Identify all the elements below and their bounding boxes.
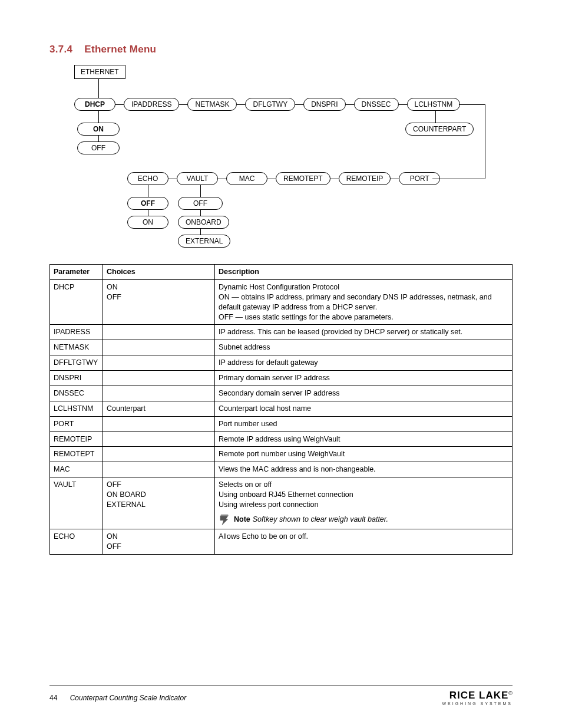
note-icon — [219, 513, 232, 526]
table-row: NETMASKSubnet address — [50, 340, 513, 355]
node-counterpart: COUNTERPART — [405, 123, 474, 136]
cell-parameter: REMOTEPT — [50, 447, 103, 462]
cell-choices — [103, 462, 215, 477]
table-row: DHCPON OFFDynamic Host Configuration Pro… — [50, 279, 513, 325]
node-ipaddress: IPADDRESS — [124, 98, 179, 111]
cell-choices — [103, 447, 215, 462]
node-remotept: REMOTEPT — [276, 172, 330, 185]
cell-description: Selects on or off Using onboard RJ45 Eth… — [215, 477, 513, 529]
cell-parameter: REMOTEIP — [50, 431, 103, 447]
svg-rect-0 — [221, 515, 229, 516]
cell-description: Dynamic Host Configuration Protocol ON —… — [215, 279, 513, 325]
node-vault-off: OFF — [178, 197, 223, 210]
heading-number: 3.7.4 — [49, 44, 72, 55]
node-remoteip: REMOTEIP — [339, 172, 391, 185]
table-row: MACViews the MAC address and is non-chan… — [50, 462, 513, 477]
cell-choices — [103, 371, 215, 386]
cell-description: Port number used — [215, 416, 513, 431]
cell-parameter: DNSSEC — [50, 386, 103, 401]
table-row: REMOTEPTRemote port number using WeighVa… — [50, 447, 513, 462]
table-row: PORTPort number used — [50, 416, 513, 431]
table-row: DFFLTGTWYIP address for default gateway — [50, 355, 513, 371]
cell-parameter: ECHO — [50, 529, 103, 554]
menu-diagram: ETHERNET DHCP IPADDRESS NETMASK DFLGTWY … — [49, 65, 513, 259]
table-row: ECHOON OFFAllows Echo to be on or off. — [50, 529, 513, 554]
th-parameter: Parameter — [50, 265, 103, 280]
cell-choices: ON OFF — [103, 279, 215, 325]
node-dhcp-on: ON — [77, 123, 120, 136]
node-dhcp-off: OFF — [77, 141, 120, 154]
note-label: Note — [234, 515, 250, 525]
node-dflgtwy: DFLGTWY — [245, 98, 295, 111]
cell-parameter: DFFLTGTWY — [50, 355, 103, 371]
node-mac: MAC — [226, 172, 267, 185]
cell-choices — [103, 416, 215, 431]
table-row: DNSSECSecondary domain server IP address — [50, 386, 513, 401]
section-heading: 3.7.4Ethernet Menu — [49, 44, 513, 55]
node-echo: ECHO — [127, 172, 168, 185]
cell-choices — [103, 325, 215, 340]
table-row: VAULTOFF ON BOARD EXTERNALSelects on or … — [50, 477, 513, 529]
footer-title: Counterpart Counting Scale Indicator — [70, 694, 186, 702]
node-lclhstnm: LCLHSTNM — [407, 98, 461, 111]
cell-parameter: LCLHSTNM — [50, 401, 103, 416]
node-echo-on: ON — [127, 216, 168, 229]
cell-description: IP address for default gateway — [215, 355, 513, 371]
node-echo-off: OFF — [127, 197, 168, 210]
node-vault-onboard: ONBOARD — [178, 216, 229, 229]
cell-choices — [103, 386, 215, 401]
cell-choices — [103, 431, 215, 447]
page-number: 44 — [49, 694, 57, 702]
cell-parameter: MAC — [50, 462, 103, 477]
node-dnspri: DNSPRI — [303, 98, 345, 111]
cell-description: Secondary domain server IP address — [215, 386, 513, 401]
cell-parameter: IPADRESS — [50, 325, 103, 340]
table-row: IPADRESSIP address. This can be leased (… — [50, 325, 513, 340]
node-dnssec: DNSSEC — [354, 98, 399, 111]
node-dhcp: DHCP — [74, 98, 115, 111]
note-text: Softkey shown to clear weigh vault batte… — [253, 515, 388, 525]
node-netmask: NETMASK — [187, 98, 237, 111]
cell-choices — [103, 340, 215, 355]
cell-choices: OFF ON BOARD EXTERNAL — [103, 477, 215, 529]
table-row: DNSPRIPrimary domain server IP address — [50, 371, 513, 386]
th-choices: Choices — [103, 265, 215, 280]
cell-description: Subnet address — [215, 340, 513, 355]
cell-description: Allows Echo to be on or off. — [215, 529, 513, 554]
brand-name: RICE LAKE — [449, 690, 509, 701]
cell-choices — [103, 355, 215, 371]
brand-subtitle: WEIGHING SYSTEMS — [442, 701, 513, 706]
cell-description: Remote IP address using WeighVault — [215, 431, 513, 447]
cell-description: Remote port number using WeighVault — [215, 447, 513, 462]
node-vault: VAULT — [177, 172, 218, 185]
brand-logo: RICE LAKE® WEIGHING SYSTEMS — [442, 690, 513, 706]
node-vault-external: EXTERNAL — [178, 235, 230, 248]
heading-title: Ethernet Menu — [84, 44, 156, 55]
cell-parameter: PORT — [50, 416, 103, 431]
cell-description: IP address. This can be leased (provided… — [215, 325, 513, 340]
cell-description: Primary domain server IP address — [215, 371, 513, 386]
cell-choices: Counterpart — [103, 401, 215, 416]
th-description: Description — [215, 265, 513, 280]
cell-parameter: DHCP — [50, 279, 103, 325]
cell-parameter: VAULT — [50, 477, 103, 529]
cell-choices: ON OFF — [103, 529, 215, 554]
registered-icon: ® — [508, 690, 513, 696]
cell-parameter: DNSPRI — [50, 371, 103, 386]
parameter-table: Parameter Choices Description DHCPON OFF… — [49, 264, 513, 555]
cell-description: Views the MAC address and is non-changea… — [215, 462, 513, 477]
note-callout: Note Softkey shown to clear weigh vault … — [219, 513, 508, 526]
table-row: LCLHSTNMCounterpartCounterpart local hos… — [50, 401, 513, 416]
table-row: REMOTEIPRemote IP address using WeighVau… — [50, 431, 513, 447]
cell-description: Counterpart local host name — [215, 401, 513, 416]
cell-parameter: NETMASK — [50, 340, 103, 355]
node-ethernet: ETHERNET — [74, 65, 125, 79]
page-footer: 44 Counterpart Counting Scale Indicator … — [49, 686, 513, 706]
